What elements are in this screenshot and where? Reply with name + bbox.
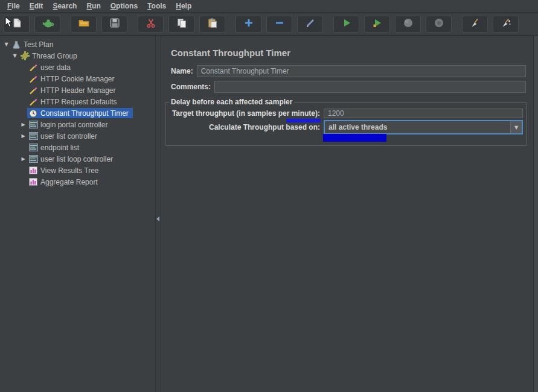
tree-item-user-data[interactable]: user data: [0, 62, 155, 73]
controller-icon: [28, 120, 38, 129]
config-icon: [28, 63, 38, 72]
toggle-button[interactable]: [297, 16, 323, 33]
clear-button[interactable]: [462, 16, 488, 33]
plus-button[interactable]: [235, 16, 261, 33]
clear-all-icon: [501, 17, 511, 30]
config-icon: [28, 86, 38, 95]
tree-item-endpoint-list[interactable]: endpoint list: [0, 142, 155, 153]
toolbar: [0, 13, 538, 36]
toggle-icon: [305, 17, 316, 30]
minus-icon: [274, 17, 285, 30]
tree-item-label: user data: [40, 63, 71, 72]
copy-button[interactable]: [168, 16, 194, 33]
content-area: ▼Test Plan▼Thread Groupuser dataHTTP Coo…: [0, 36, 538, 392]
tree-item-content[interactable]: Constant Throughput Timer: [27, 108, 133, 118]
tree-item-label: Thread Group: [32, 52, 77, 60]
expand-arrow-icon[interactable]: ▶: [19, 133, 27, 139]
tree-item-label: user list loop controller: [40, 155, 113, 163]
tree-item-thread-group[interactable]: ▼Thread Group: [0, 50, 155, 62]
menu-tools[interactable]: Tools: [143, 1, 171, 11]
new-file-button[interactable]: [4, 16, 30, 33]
menu-search[interactable]: Search: [48, 1, 82, 11]
templates-button[interactable]: [34, 16, 60, 33]
menu-edit[interactable]: Edit: [25, 1, 48, 11]
tree-item-content[interactable]: login portal controller: [27, 119, 112, 130]
page-title: Constant Throughput Timer: [171, 48, 533, 58]
tree-item-test-plan[interactable]: ▼Test Plan: [0, 39, 155, 50]
tree-item-content[interactable]: HTTP Header Manager: [27, 85, 120, 95]
chevron-down-icon[interactable]: ▼: [510, 121, 522, 133]
tree-item-user-list-loop-controller[interactable]: ▶user list loop controller: [0, 153, 155, 165]
config-icon: [28, 97, 38, 106]
cut-icon: [146, 17, 156, 30]
element-editor-panel: Constant Throughput Timer Name: Comments…: [161, 36, 533, 392]
save-icon: [109, 17, 120, 30]
menu-file[interactable]: File: [2, 1, 25, 11]
tree-item-constant-throughput-timer[interactable]: Constant Throughput Timer: [0, 107, 155, 119]
plus-icon: [243, 17, 254, 30]
collapse-arrow-icon[interactable]: ▼: [2, 42, 10, 47]
splitter-collapse-arrow-icon[interactable]: [156, 217, 159, 221]
tree-item-content[interactable]: user list controller: [27, 131, 101, 141]
comments-input[interactable]: [214, 81, 526, 93]
menu-help[interactable]: Help: [171, 1, 196, 11]
tree-item-user-list-controller[interactable]: ▶user list controller: [0, 130, 155, 142]
name-input[interactable]: [197, 65, 526, 77]
tree-item-content[interactable]: endpoint list: [27, 142, 83, 153]
click-annotation-box: [323, 134, 386, 142]
new-file-icon: [11, 17, 22, 30]
minus-button[interactable]: [266, 16, 292, 33]
stop-button[interactable]: [395, 16, 421, 33]
comments-label: Comments:: [171, 83, 211, 91]
clear-icon: [470, 17, 481, 30]
tree-item-content[interactable]: user data: [27, 62, 75, 72]
open-folder-button[interactable]: [71, 16, 97, 33]
timer-icon: [28, 109, 38, 118]
tree-item-login-portal-controller[interactable]: ▶login portal controller: [0, 119, 155, 130]
menu-run[interactable]: Run: [82, 1, 105, 11]
dropdown-selected-value: all active threads: [325, 123, 510, 131]
tree-item-http-cookie-manager[interactable]: HTTP Cookie Manager: [0, 73, 155, 84]
listener-icon: [28, 166, 38, 175]
tree-item-content[interactable]: View Results Tree: [27, 165, 103, 175]
panel-splitter[interactable]: [155, 36, 161, 392]
tree-item-label: Aggregate Report: [40, 178, 98, 186]
clear-all-button[interactable]: [493, 16, 519, 33]
cut-button[interactable]: [138, 16, 164, 33]
calculate-throughput-dropdown[interactable]: all active threads ▼: [324, 120, 523, 134]
name-label: Name:: [171, 67, 193, 75]
tree-item-content[interactable]: Aggregate Report: [27, 177, 102, 187]
shutdown-button[interactable]: [426, 16, 452, 33]
tree-item-content[interactable]: HTTP Cookie Manager: [27, 74, 119, 84]
target-throughput-input[interactable]: [324, 109, 523, 118]
comments-row: Comments:: [171, 81, 526, 93]
menu-options[interactable]: Options: [106, 1, 143, 11]
tree-item-aggregate-report[interactable]: Aggregate Report: [0, 176, 155, 188]
start-no-pauses-icon: [372, 17, 383, 30]
save-button[interactable]: [101, 16, 127, 33]
click-annotation-underline: [286, 119, 321, 122]
vertical-scrollbar[interactable]: [533, 36, 538, 392]
tree-item-content[interactable]: Test Plan: [10, 39, 57, 49]
expand-arrow-icon[interactable]: ▶: [19, 122, 27, 127]
shutdown-icon: [434, 17, 444, 30]
delay-group-grid: Target throughput (in samples per minute…: [169, 109, 523, 134]
start-button[interactable]: [333, 16, 359, 33]
controller-icon: [28, 131, 38, 141]
tree-item-view-results-tree[interactable]: View Results Tree: [0, 165, 155, 176]
expand-arrow-icon[interactable]: ▶: [19, 156, 27, 162]
tree-item-http-header-manager[interactable]: HTTP Header Manager: [0, 84, 155, 96]
tree-item-content[interactable]: HTTP Request Defaults: [27, 96, 121, 107]
start-icon: [341, 17, 352, 30]
tree-item-label: HTTP Header Manager: [40, 86, 116, 95]
tree-item-label: login portal controller: [40, 121, 107, 129]
paste-button[interactable]: [199, 16, 225, 33]
tree-item-content[interactable]: user list loop controller: [27, 154, 117, 164]
collapse-arrow-icon[interactable]: ▼: [11, 53, 19, 58]
menubar: FileEditSearchRunOptionsToolsHelp: [0, 0, 538, 13]
tree-item-label: Test Plan: [24, 40, 53, 49]
start-no-pauses-button[interactable]: [364, 16, 390, 33]
tree-item-content[interactable]: Thread Group: [19, 51, 82, 61]
copy-icon: [176, 17, 187, 30]
tree-item-http-request-defaults[interactable]: HTTP Request Defaults: [0, 96, 155, 107]
